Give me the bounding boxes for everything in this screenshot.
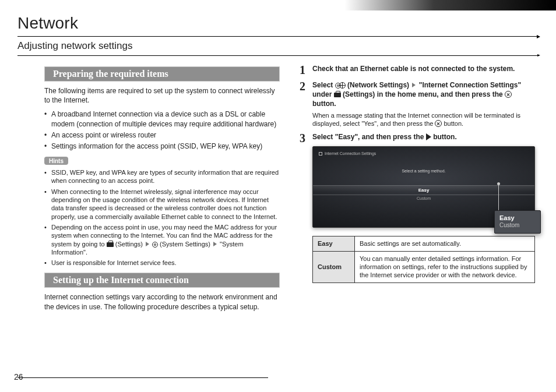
- chapter-title: Network: [17, 14, 539, 34]
- list-item: Settings information for the access poin…: [44, 142, 280, 151]
- rule-under-chapter: [17, 36, 539, 37]
- text: When a message stating that the Internet…: [312, 112, 520, 127]
- step-2-note: When a message stating that the Internet…: [312, 111, 535, 128]
- option-easy-selected: Easy: [313, 185, 534, 195]
- hints-list: SSID, WEP key, and WPA key are types of …: [44, 168, 280, 267]
- text: (Network Settings): [347, 81, 411, 89]
- step-3: 3 Select "Easy", and then press the butt…: [300, 132, 535, 282]
- step-1: 1 Check that an Ethernet cable is not co…: [300, 64, 535, 76]
- right-column: 1 Check that an Ethernet cable is not co…: [300, 64, 539, 316]
- screenshot-breadcrumb: Internet Connection Settings: [319, 151, 376, 156]
- screenshot-options: Easy Custom: [313, 185, 534, 200]
- preparing-intro: The following items are required to set …: [44, 86, 280, 105]
- cell-key: Custom: [313, 251, 355, 282]
- step-3-title: Select "Easy", and then press the button…: [312, 132, 535, 142]
- step-1-title: Check that an Ethernet cable is not conn…: [312, 64, 535, 73]
- text: (Settings) in the home menu, and then pr…: [343, 90, 505, 98]
- hint-3-system-settings: (System Settings): [160, 241, 212, 248]
- callout-easy: Easy: [499, 214, 536, 221]
- list-item: An access point or wireless router: [44, 130, 280, 140]
- hints-badge: Hints: [44, 157, 68, 165]
- screenshot-prompt: Select a setting method.: [313, 169, 534, 173]
- table-row: Easy Basic settings are set automaticall…: [313, 236, 535, 251]
- heading-setup-connection: Setting up the Internet connection: [44, 273, 280, 288]
- cell-desc: Basic settings are set automatically.: [355, 236, 535, 251]
- hint-3-settings: (Settings): [115, 241, 145, 248]
- gear-icon: [152, 242, 158, 248]
- text: button.: [444, 120, 464, 127]
- step-number: 3: [300, 132, 312, 282]
- text: button.: [312, 100, 336, 108]
- list-item: SSID, WEP key, and WPA key are types of …: [44, 168, 280, 185]
- step-number: 1: [300, 64, 312, 76]
- step-2-title: Select (Network Settings) "Internet Conn…: [312, 80, 535, 109]
- option-custom: Custom: [313, 196, 534, 200]
- play-button-icon: [426, 133, 431, 140]
- table-row: Custom You can manually enter detailed s…: [313, 251, 535, 282]
- screenshot-figure: Internet Connection Settings Select a se…: [312, 146, 535, 228]
- setup-intro: Internet connection settings vary accord…: [44, 292, 280, 311]
- list-item: When connecting to the Internet wireless…: [44, 188, 280, 221]
- arrow-right-icon: [213, 242, 217, 246]
- top-gradient-bar: [0, 0, 556, 10]
- cell-key: Easy: [313, 236, 355, 251]
- heading-preparing-items: Preparing the required items: [44, 66, 280, 82]
- step-number: 2: [300, 80, 312, 128]
- callout-custom: Custom: [499, 222, 536, 228]
- list-item: Depending on the access point in use, yo…: [44, 223, 280, 256]
- globe-icon: [339, 82, 346, 89]
- page-content: Network Adjusting network settings Prepa…: [17, 14, 539, 382]
- toolbox-icon: [334, 93, 341, 97]
- breadcrumb-icon: [319, 152, 322, 156]
- toolbox-icon: [107, 242, 114, 247]
- left-column: Preparing the required items The followi…: [17, 64, 280, 316]
- text: button.: [433, 133, 457, 141]
- x-button-icon: [435, 120, 442, 127]
- text: Select "Easy", and then press the: [312, 133, 426, 141]
- x-button-icon: [505, 91, 512, 98]
- callout-zoom: Easy Custom: [494, 210, 541, 234]
- text: Select: [312, 81, 335, 89]
- list-item: A broadband Internet connection via a de…: [44, 110, 280, 128]
- rule-under-section: [17, 55, 539, 56]
- list-item: User is responsible for Internet service…: [44, 259, 280, 267]
- cell-desc: You can manually enter detailed settings…: [355, 251, 535, 282]
- two-column-layout: Preparing the required items The followi…: [17, 64, 539, 316]
- arrow-right-icon: [146, 242, 149, 246]
- page-number: 26: [14, 372, 23, 382]
- footer-rule: [17, 377, 268, 378]
- arrow-right-icon: [412, 83, 416, 87]
- method-table: Easy Basic settings are set automaticall…: [312, 236, 535, 282]
- section-title: Adjusting network settings: [17, 40, 539, 52]
- preparing-list: A broadband Internet connection via a de…: [44, 110, 280, 151]
- step-2: 2 Select (Network Settings) "Internet Co…: [300, 80, 535, 128]
- breadcrumb-text: Internet Connection Settings: [325, 151, 376, 156]
